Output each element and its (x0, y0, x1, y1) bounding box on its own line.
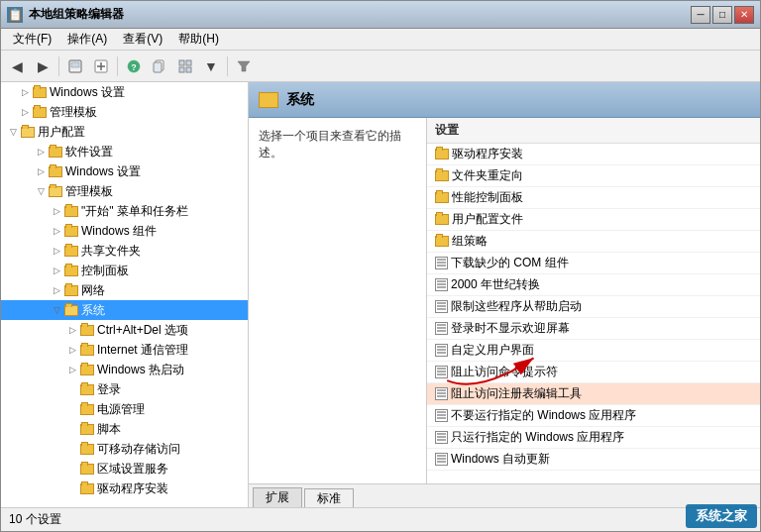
settings-item-custom-ui[interactable]: 自定义用户界面 (427, 340, 760, 362)
expander[interactable]: ▷ (49, 203, 64, 219)
tree-label: 网络 (81, 282, 105, 299)
item-text: 用户配置文件 (452, 211, 523, 228)
expander[interactable]: ▷ (49, 243, 64, 259)
tree-item-control-panel[interactable]: ▷ 控制面板 (1, 261, 248, 280)
expander-user-config[interactable]: ▽ (5, 124, 21, 140)
settings-item-group-policy[interactable]: 组策略 (427, 231, 760, 253)
close-button[interactable]: ✕ (734, 6, 754, 24)
settings-item-only-run[interactable]: 只运行指定的 Windows 应用程序 (427, 427, 760, 449)
tree-item-software-settings[interactable]: ▷ 软件设置 (1, 142, 248, 161)
folder-icon (435, 192, 449, 203)
item-text: 2000 年世纪转换 (451, 276, 540, 293)
settings-item-restrict-help[interactable]: 限制这些程序从帮助启动 (427, 296, 760, 318)
tree-item-user-config[interactable]: ▽ 用户配置 (1, 122, 248, 142)
folder-icon (64, 206, 78, 217)
doc-icon (435, 322, 448, 335)
system-header-text: 系统 (286, 91, 314, 109)
folder-icon (80, 384, 94, 395)
settings-item-com[interactable]: 下载缺少的 COM 组件 (427, 253, 760, 274)
doc-icon (435, 366, 448, 378)
tree-item-removable[interactable]: 可移动存储访问 (1, 439, 248, 459)
svg-rect-8 (154, 62, 162, 72)
expander[interactable]: ▽ (49, 302, 64, 318)
tree-item-cad[interactable]: ▷ Ctrl+Alt+Del 选项 (1, 320, 248, 340)
settings-item-user-profile[interactable]: 用户配置文件 (427, 209, 760, 231)
filter-button[interactable] (232, 54, 256, 78)
back-button[interactable]: ◀ (5, 54, 29, 78)
copy-button[interactable] (148, 54, 171, 78)
tree-item-network[interactable]: ▷ 网络 (1, 280, 248, 300)
status-bar: 10 个设置 (1, 507, 760, 531)
settings-item-no-welcome[interactable]: 登录时不显示欢迎屏幕 (427, 318, 760, 340)
menu-action[interactable]: 操作(A) (59, 29, 115, 50)
tab-standard[interactable]: 标准 (304, 488, 354, 507)
item-text: 限制这些程序从帮助启动 (451, 298, 582, 315)
up-button[interactable] (63, 54, 87, 78)
minimize-button[interactable]: ─ (691, 6, 710, 24)
doc-icon (435, 409, 448, 422)
menu-file[interactable]: 文件(F) (5, 29, 59, 50)
menu-view[interactable]: 查看(V) (115, 29, 170, 50)
tree-label: 驱动程序安装 (97, 480, 168, 497)
window-controls: ─ □ ✕ (691, 6, 754, 24)
settings-item-driver[interactable]: 驱动程序安装 (427, 144, 760, 165)
settings-item-block-regedit[interactable]: 阻止访问注册表编辑工具 (427, 383, 760, 405)
tree-label: 区域设置服务 (97, 461, 168, 478)
settings-panel[interactable]: 设置 驱动程序安装 文件夹重定向 性能控制面板 (427, 118, 760, 483)
tree-item-power[interactable]: 电源管理 (1, 399, 248, 419)
tree-item-regional[interactable]: 区域设置服务 (1, 459, 248, 479)
expander[interactable] (64, 401, 80, 417)
menu-help[interactable]: 帮助(H) (170, 29, 227, 50)
expander[interactable] (64, 421, 80, 437)
expander[interactable]: ▷ (64, 342, 80, 358)
expander[interactable]: ▷ (49, 282, 64, 298)
dropdown-button[interactable]: ▼ (199, 54, 223, 78)
new-button[interactable] (89, 54, 113, 78)
settings-item-folder-redirect[interactable]: 文件夹重定向 (427, 165, 760, 187)
settings-item-perf[interactable]: 性能控制面板 (427, 187, 760, 209)
tree-item-login[interactable]: 登录 (1, 379, 248, 399)
svg-text:?: ? (131, 62, 137, 72)
settings-item-y2k[interactable]: 2000 年世纪转换 (427, 274, 760, 296)
maximize-button[interactable]: □ (712, 6, 732, 24)
tree-item-win-components[interactable]: ▷ Windows 组件 (1, 221, 248, 241)
item-text: 登录时不显示欢迎屏幕 (451, 320, 570, 337)
folder-icon (49, 186, 62, 197)
tree-panel[interactable]: ▷ Windows 设置 ▷ 管理模板 ▽ 用户配置 ▷ 软件设置 (1, 82, 249, 507)
tree-item-mgmt-templates[interactable]: ▽ 管理模板 (1, 181, 248, 201)
expander[interactable]: ▷ (49, 223, 64, 239)
tree-item-windows-settings[interactable]: ▷ Windows 设置 (1, 82, 248, 102)
svg-rect-12 (186, 67, 191, 72)
tree-item-shared-folders[interactable]: ▷ 共享文件夹 (1, 241, 248, 261)
expander[interactable]: ▷ (49, 263, 64, 278)
expander-windows-settings[interactable]: ▷ (17, 84, 33, 100)
folder-icon (435, 170, 449, 181)
tree-item-inet[interactable]: ▷ Internet 通信管理 (1, 340, 248, 360)
tree-item-driver-install[interactable]: 驱动程序安装 (1, 479, 248, 498)
settings-item-autoupdate[interactable]: Windows 自动更新 (427, 449, 760, 471)
tree-item-scripts[interactable]: 脚本 (1, 419, 248, 439)
tree-item-start-menu[interactable]: ▷ "开始" 菜单和任务栏 (1, 201, 248, 221)
expander[interactable] (64, 441, 80, 457)
item-text: 只运行指定的 Windows 应用程序 (451, 429, 624, 446)
expander-admin-templates[interactable]: ▷ (17, 104, 33, 120)
help-button[interactable]: ? (122, 54, 146, 78)
tree-item-win-settings[interactable]: ▷ Windows 设置 (1, 161, 248, 181)
tree-label: 共享文件夹 (81, 243, 141, 260)
expander[interactable]: ▷ (33, 163, 49, 179)
view-button[interactable] (173, 54, 197, 78)
tree-item-win-hotstart[interactable]: ▷ Windows 热启动 (1, 360, 248, 379)
tree-item-admin-templates[interactable]: ▷ 管理模板 (1, 102, 248, 122)
expander[interactable] (64, 480, 80, 496)
settings-item-block-cmd[interactable]: 阻止访问命令提示符 (427, 362, 760, 383)
settings-item-no-run[interactable]: 不要运行指定的 Windows 应用程序 (427, 405, 760, 427)
forward-button[interactable]: ▶ (31, 54, 54, 78)
expander[interactable]: ▽ (33, 183, 49, 199)
tab-extended[interactable]: 扩展 (253, 487, 302, 507)
expander[interactable]: ▷ (64, 322, 80, 338)
expander[interactable] (64, 381, 80, 397)
expander[interactable]: ▷ (64, 362, 80, 377)
tree-item-system[interactable]: ▽ 系统 (1, 300, 248, 320)
expander[interactable]: ▷ (33, 144, 49, 160)
expander[interactable] (64, 461, 80, 477)
